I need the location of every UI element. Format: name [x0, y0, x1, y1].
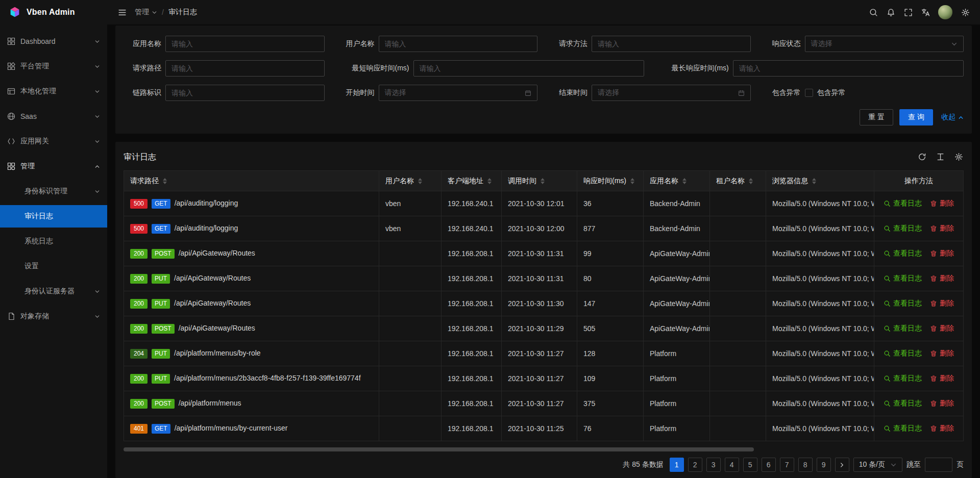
column-header-6[interactable]: 租户名称 — [710, 171, 766, 191]
column-header-7[interactable]: 浏览器信息 — [766, 171, 874, 191]
sidebar-item-system-log[interactable]: 系统日志 — [0, 230, 107, 253]
view-log-button[interactable]: 查看日志 — [884, 274, 922, 283]
sidebar-item-app-gateway[interactable]: 应用网关 — [0, 130, 107, 153]
column-header-4[interactable]: 响应时间(ms) — [577, 171, 644, 191]
page-button-1[interactable]: 1 — [670, 458, 684, 472]
view-log-button[interactable]: 查看日志 — [884, 299, 922, 308]
view-log-label: 查看日志 — [893, 199, 922, 208]
column-header-0[interactable]: 请求路径 — [124, 171, 379, 191]
request-path-input[interactable] — [165, 60, 325, 77]
page-button-6[interactable]: 6 — [762, 458, 776, 472]
column-header-5[interactable]: 应用名称 — [644, 171, 710, 191]
delete-button[interactable]: 删除 — [930, 199, 954, 208]
min-response-time-input[interactable] — [413, 60, 644, 77]
max-response-time-input[interactable] — [733, 60, 964, 77]
sidebar-item-dashboard[interactable]: Dashboard — [0, 30, 107, 53]
filter-grid: 应用名称 用户名称 请求方法 响应状态 请选择 — [124, 36, 964, 101]
view-log-button[interactable]: 查看日志 — [884, 374, 922, 383]
sidebar-item-platform-management[interactable]: 平台管理 — [0, 55, 107, 78]
delete-button[interactable]: 删除 — [930, 324, 954, 333]
row-height-icon[interactable] — [936, 153, 945, 162]
breadcrumb-item-manage[interactable]: 管理 — [135, 8, 157, 17]
column-settings-icon[interactable] — [954, 153, 964, 162]
delete-button[interactable]: 删除 — [930, 274, 954, 283]
cell-tenant-name — [710, 341, 766, 366]
sidebar-item-identity-management[interactable]: 身份标识管理 — [0, 180, 107, 203]
settings-gear-icon[interactable] — [957, 4, 974, 21]
notification-bell-icon[interactable] — [882, 4, 899, 21]
response-status-select[interactable]: 请选择 — [805, 36, 964, 52]
cell-request-path: 200PUT/api/ApiGateway/Routes — [124, 291, 379, 316]
delete-button[interactable]: 删除 — [930, 374, 954, 383]
menu-fold-icon[interactable] — [113, 4, 131, 21]
cell-actions: 查看日志删除 — [874, 191, 964, 216]
view-log-button[interactable]: 查看日志 — [884, 349, 922, 358]
sidebar-item-localization-management[interactable]: 本地化管理 — [0, 80, 107, 103]
cell-actions: 查看日志删除 — [874, 366, 964, 391]
column-header-1[interactable]: 用户名称 — [379, 171, 442, 191]
sidebar-item-management[interactable]: 管理 — [0, 155, 107, 178]
column-header-2[interactable]: 客户端地址 — [442, 171, 502, 191]
chevron-down-icon — [94, 64, 100, 69]
collapse-link[interactable]: 收起 — [941, 113, 964, 122]
page-button-2[interactable]: 2 — [688, 458, 702, 472]
jump-page-input[interactable] — [925, 458, 952, 472]
page-button-8[interactable]: 8 — [798, 458, 813, 472]
page-size-select[interactable]: 10 条/页 — [853, 458, 902, 472]
app-name-input[interactable] — [165, 36, 325, 52]
view-log-button[interactable]: 查看日志 — [884, 424, 922, 433]
delete-button[interactable]: 删除 — [930, 349, 954, 358]
request-path-text: /api/platform/menus/by-current-user — [175, 424, 288, 432]
search-button[interactable]: 查 询 — [899, 109, 933, 125]
page-button-5[interactable]: 5 — [743, 458, 757, 472]
trace-id-input[interactable] — [165, 85, 325, 101]
reset-button[interactable]: 重 置 — [860, 109, 893, 125]
include-exception-checkbox[interactable] — [805, 89, 813, 97]
sidebar-item-label: 平台管理 — [20, 62, 89, 71]
sidebar-item-object-storage[interactable]: 对象存储 — [0, 305, 107, 328]
request-method-input[interactable] — [592, 36, 751, 52]
cell-request-path: 204PUT/api/platform/menus/by-role — [124, 341, 379, 366]
view-log-button[interactable]: 查看日志 — [884, 249, 922, 258]
sidebar-item-saas[interactable]: Saas — [0, 105, 107, 128]
page-button-7[interactable]: 7 — [780, 458, 794, 472]
next-page-button[interactable] — [835, 458, 849, 472]
column-header-3[interactable]: 调用时间 — [502, 171, 577, 191]
sidebar-item-label: 设置 — [24, 262, 100, 271]
translate-icon[interactable] — [917, 4, 934, 21]
page-button-9[interactable]: 9 — [817, 458, 831, 472]
cell-app-name: ApiGateWay-Admin — [644, 241, 710, 266]
search-icon[interactable] — [865, 4, 882, 21]
dashboard-icon — [7, 37, 15, 45]
sidebar-item-auth-server[interactable]: 身份认证服务器 — [0, 280, 107, 303]
view-log-button[interactable]: 查看日志 — [884, 199, 922, 208]
app-root: Vben Admin Dashboard平台管理本地化管理Saas应用网关管理身… — [0, 0, 980, 478]
http-method-badge: GET — [152, 224, 170, 234]
sidebar-item-settings[interactable]: 设置 — [0, 255, 107, 278]
scrollbar-thumb[interactable] — [124, 447, 754, 451]
page-button-4[interactable]: 4 — [725, 458, 739, 472]
view-log-button[interactable]: 查看日志 — [884, 399, 922, 408]
delete-button[interactable]: 删除 — [930, 299, 954, 308]
sidebar-item-audit-log[interactable]: 审计日志 — [0, 205, 107, 228]
page-button-3[interactable]: 3 — [706, 458, 721, 472]
start-time-picker[interactable]: 请选择 — [379, 85, 538, 101]
end-time-picker[interactable]: 请选择 — [592, 85, 751, 101]
delete-button[interactable]: 删除 — [930, 249, 954, 258]
delete-button[interactable]: 删除 — [930, 399, 954, 408]
horizontal-scrollbar[interactable] — [124, 447, 964, 451]
delete-button[interactable]: 删除 — [930, 224, 954, 233]
request-path-text: /api/ApiGateway/Routes — [174, 274, 251, 282]
user-name-input[interactable] — [379, 36, 538, 52]
logo[interactable]: Vben Admin — [0, 0, 107, 24]
refresh-icon[interactable] — [918, 153, 927, 162]
fullscreen-icon[interactable] — [899, 4, 917, 21]
delete-label: 删除 — [940, 224, 954, 233]
http-method-badge: POST — [152, 249, 175, 259]
view-log-button[interactable]: 查看日志 — [884, 324, 922, 333]
view-log-button[interactable]: 查看日志 — [884, 224, 922, 233]
table-row: 200POST/api/ApiGateway/Routes192.168.208… — [124, 316, 964, 341]
cell-response-ms: 128 — [577, 341, 644, 366]
avatar[interactable] — [938, 5, 952, 19]
delete-button[interactable]: 删除 — [930, 424, 954, 433]
